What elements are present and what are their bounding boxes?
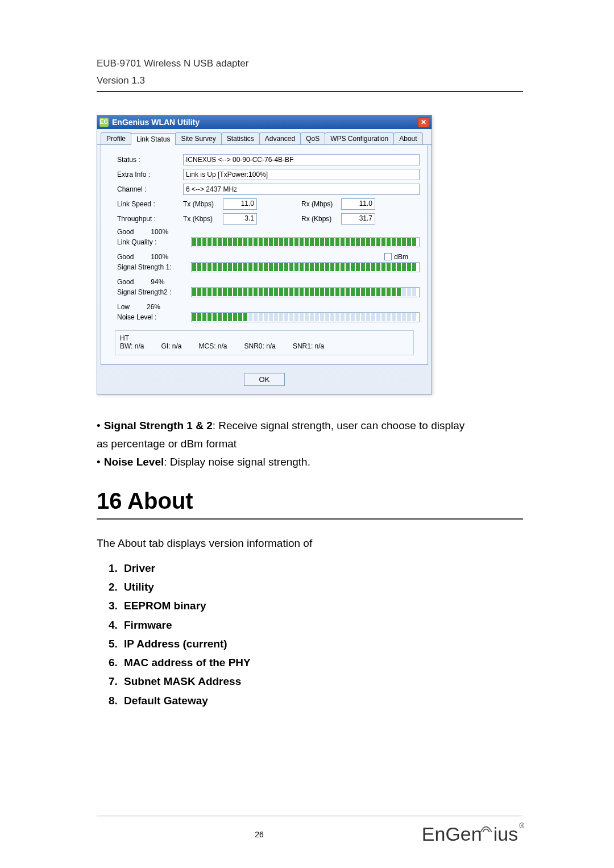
ht-snr1: SNR1: n/a: [293, 342, 324, 350]
bullet-label-nl: Noise Level: [104, 456, 164, 468]
page-footer: 26 EnGen ius®: [97, 816, 523, 845]
rx-mbps-label: Rx (Mbps): [301, 200, 341, 208]
list-item: EEPROM binary: [121, 596, 523, 615]
close-icon[interactable]: ✕: [418, 117, 429, 127]
lq-rating: Good: [117, 228, 134, 236]
bullet-icon: •: [97, 453, 101, 471]
nl-rating: Low: [117, 303, 130, 311]
ht-snr0: SNR0: n/a: [244, 342, 276, 350]
rx-kbps-label: Rx (Kbps): [301, 215, 341, 223]
tx-mbps-value: 11.0: [223, 198, 257, 210]
app-window: EG EnGenius WLAN Utility ✕ Profile Link …: [97, 115, 432, 394]
app-icon: EG: [99, 118, 109, 127]
bullet-cont-ss: as percentage or dBm format: [97, 435, 523, 453]
checkbox-icon[interactable]: [384, 253, 392, 260]
brand-logo: EnGen ius®: [422, 823, 523, 845]
throughput-label: Throughput :: [109, 215, 183, 223]
tab-profile[interactable]: Profile: [101, 132, 131, 144]
page-header-product: EUB-9701 Wireless N USB adapter: [97, 57, 523, 70]
ht-legend: HT: [120, 334, 129, 342]
tx-mbps-label: Tx (Mbps): [183, 200, 223, 208]
ht-gi: GI: n/a: [161, 342, 181, 350]
wifi-icon: [480, 815, 492, 823]
signal-strength-2-bar: [191, 287, 420, 297]
list-item: Utility: [121, 578, 523, 596]
tx-kbps-value: 3.1: [223, 213, 257, 225]
noise-level-bar: [191, 312, 420, 322]
ss2-rating: Good: [117, 278, 134, 286]
tab-about[interactable]: About: [393, 132, 422, 144]
status-label: Status :: [109, 156, 183, 164]
tab-qos[interactable]: QoS: [300, 132, 325, 144]
tab-statistics[interactable]: Statistics: [221, 132, 260, 144]
bullet-text-nl: : Display noise signal strength.: [164, 456, 310, 468]
ss2-label: Signal Strength2 :: [117, 288, 191, 296]
dbm-label: dBm: [394, 253, 408, 261]
page-number: 26: [255, 830, 264, 839]
rx-mbps-value: 11.0: [341, 198, 375, 210]
ss2-pct: 94%: [151, 278, 164, 286]
ss1-pct: 100%: [151, 253, 168, 261]
list-item: Default Gateway: [121, 691, 523, 710]
bullet-text-ss: : Receive signal strength, user can choo…: [213, 420, 465, 431]
extrainfo-label: Extra Info :: [109, 171, 183, 178]
lq-pct: 100%: [151, 228, 168, 236]
section-intro: The About tab displays version informati…: [97, 534, 523, 553]
dbm-checkbox[interactable]: dBm: [384, 253, 408, 261]
header-divider: [97, 91, 523, 92]
body-text: • Signal Strength 1 & 2: Receive signal …: [97, 417, 523, 472]
extrainfo-field: Link is Up [TxPower:100%]: [183, 169, 420, 180]
link-quality-bar: [191, 237, 420, 247]
tab-wps[interactable]: WPS Configuration: [325, 132, 394, 144]
channel-field: 6 <--> 2437 MHz: [183, 184, 420, 195]
ht-mcs: MCS: n/a: [199, 342, 227, 350]
signal-strength-1-bar: [191, 262, 420, 272]
link-status-panel: Status : ICNEXUS <--> 00-90-CC-76-4B-BF …: [101, 145, 428, 365]
lq-label: Link Quality :: [117, 238, 191, 246]
window-title: EnGenius WLAN Utility: [112, 118, 418, 127]
title-bar: EG EnGenius WLAN Utility ✕: [97, 115, 432, 129]
section-heading: 16 About: [97, 488, 523, 514]
list-item: MAC address of the PHY: [121, 653, 523, 672]
list-item: Driver: [121, 559, 523, 578]
tab-site-survey[interactable]: Site Survey: [175, 132, 221, 144]
ss1-rating: Good: [117, 253, 134, 261]
nl-label: Noise Level :: [117, 313, 191, 321]
ht-bw: BW: n/a: [120, 342, 144, 350]
nl-pct: 26%: [147, 303, 160, 311]
rx-kbps-value: 31.7: [341, 213, 375, 225]
tab-link-status[interactable]: Link Status: [131, 133, 176, 145]
status-field[interactable]: ICNEXUS <--> 00-90-CC-76-4B-BF: [183, 154, 420, 165]
list-item: IP Address (current): [121, 634, 523, 653]
section-divider: [97, 518, 523, 520]
tab-row: Profile Link Status Site Survey Statisti…: [97, 129, 432, 145]
ok-button[interactable]: OK: [244, 373, 285, 386]
list-item: Firmware: [121, 616, 523, 634]
about-list: Driver Utility EEPROM binary Firmware IP…: [97, 559, 523, 710]
tab-advanced[interactable]: Advanced: [259, 132, 301, 144]
bullet-icon: •: [97, 417, 101, 435]
tx-kbps-label: Tx (Kbps): [183, 215, 223, 223]
page-header-version: Version 1.3: [97, 74, 523, 88]
bullet-label-ss: Signal Strength 1 & 2: [104, 420, 213, 431]
ht-group: HT BW: n/a GI: n/a MCS: n/a SNR0: n/a SN…: [115, 330, 414, 355]
ss1-label: Signal Strength 1:: [117, 263, 191, 271]
link-speed-label: Link Speed :: [109, 200, 183, 208]
channel-label: Channel :: [109, 185, 183, 193]
list-item: Subnet MASK Address: [121, 672, 523, 691]
